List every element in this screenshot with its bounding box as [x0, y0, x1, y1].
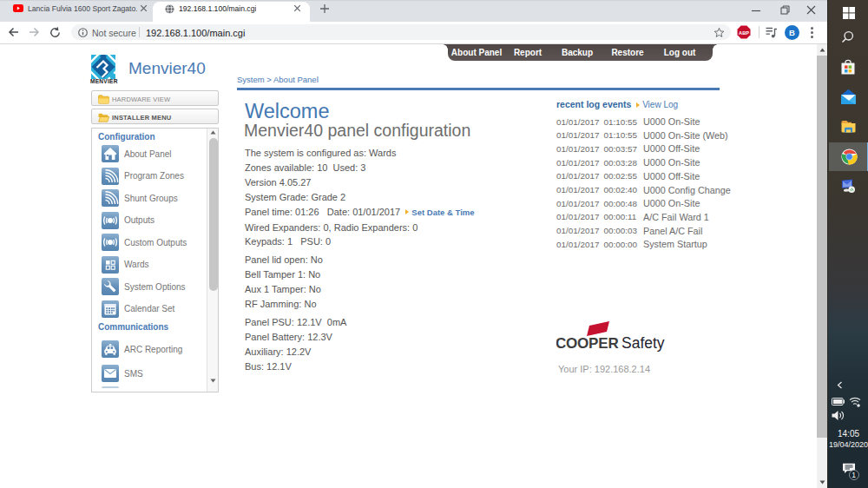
svg-text:Safety: Safety — [621, 334, 665, 352]
svg-text:ABP: ABP — [739, 30, 749, 36]
svg-text:COOPER: COOPER — [556, 335, 618, 352]
